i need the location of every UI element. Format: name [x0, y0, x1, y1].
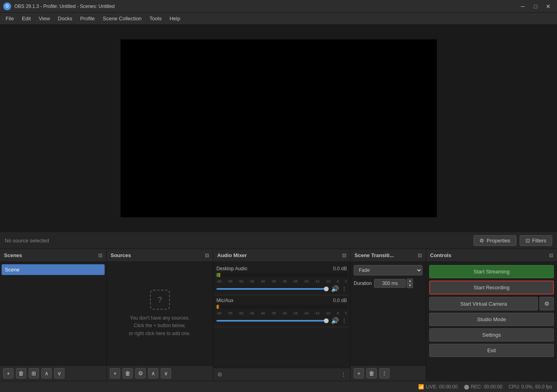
menu-profile[interactable]: Profile — [76, 14, 99, 23]
no-source-label: No source selected — [5, 238, 470, 244]
remove-scene-button[interactable]: 🗑 — [16, 368, 26, 378]
maximize-button[interactable]: □ — [530, 2, 541, 10]
controls-panel: Controls ⊡ Start Streaming Start Recordi… — [426, 249, 557, 381]
menu-tools[interactable]: Tools — [146, 14, 166, 23]
filters-button[interactable]: ⊡ Filters — [520, 235, 552, 246]
transition-type-select[interactable]: Fade — [354, 265, 423, 275]
scenes-title: Scenes — [4, 252, 22, 258]
remove-source-button[interactable]: 🗑 — [123, 368, 133, 378]
virtual-camera-row: Start Virtual Camera ⚙ — [429, 297, 554, 310]
desktop-audio-scale: -60-55-50-45-40-35-30-25-20-15-10-50 — [216, 279, 347, 283]
preview-container — [0, 25, 557, 232]
bottom-panel: Scenes ⊡ Scene + 🗑 ⊞ ∧ ∨ Sources ⊡ ? — [0, 249, 557, 381]
mic-aux-channel: Mic/Aux 0.0 dB -60-55-50-45-40-35-30-25-… — [215, 295, 349, 327]
close-button[interactable]: ✕ — [543, 2, 554, 10]
duration-input[interactable] — [374, 279, 406, 288]
source-bar: No source selected ⚙ Properties ⊡ Filter… — [0, 232, 557, 249]
filter-scene-button[interactable]: ⊞ — [29, 368, 39, 378]
start-recording-button[interactable]: Start Recording — [429, 281, 554, 294]
live-label: LIVE: — [426, 384, 437, 390]
transitions-undock-icon[interactable]: ⊡ — [418, 253, 422, 258]
desktop-audio-mute-button[interactable]: 🔊 — [331, 285, 339, 293]
add-transition-button[interactable]: + — [354, 368, 364, 378]
rec-status: ⬤ REC: 00:00:00 — [464, 384, 502, 390]
duration-up-arrow[interactable]: ▲ — [407, 279, 413, 283]
mic-audio-volume-slider[interactable] — [216, 320, 329, 322]
source-up-button[interactable]: ∧ — [148, 368, 158, 378]
transitions-title: Scene Transiti... — [354, 252, 394, 258]
scenes-panel-header: Scenes ⊡ — [0, 249, 106, 262]
menu-file[interactable]: File — [2, 14, 18, 23]
live-status: 📶 LIVE: 00:00:00 — [418, 384, 458, 390]
trash-icon: 🗑 — [369, 370, 374, 376]
start-streaming-button[interactable]: Start Streaming — [429, 265, 554, 278]
live-time: 00:00:00 — [439, 384, 458, 390]
menu-help[interactable]: Help — [166, 14, 184, 23]
audio-footer: ⚙ ⋮ — [213, 368, 350, 381]
controls-panel-header: Controls ⊡ — [426, 249, 557, 262]
trash-icon: 🗑 — [18, 370, 24, 376]
audio-mixer-settings-button[interactable]: ⚙ — [216, 371, 223, 378]
transitions-more-button[interactable]: ⋮ — [379, 368, 390, 378]
menu-scene-collection[interactable]: Scene Collection — [99, 14, 146, 23]
remove-transition-button[interactable]: 🗑 — [366, 368, 377, 378]
cpu-label: CPU: 0.0%, — [509, 384, 534, 390]
source-down-button[interactable]: ∨ — [161, 368, 171, 378]
live-network-icon: 📶 — [418, 384, 424, 390]
scene-item[interactable]: Scene — [2, 264, 105, 275]
status-bar: 📶 LIVE: 00:00:00 ⬤ REC: 00:00:00 CPU: 0.… — [0, 381, 557, 392]
desktop-audio-more-button[interactable]: ⋮ — [341, 286, 347, 292]
studio-mode-button[interactable]: Studio Mode — [429, 313, 554, 326]
gear-icon: ⚙ — [479, 238, 484, 244]
transitions-panel: Scene Transiti... ⊡ Fade Duration ▲ ▼ — [351, 249, 426, 381]
audio-channels: Desktop Audio 0.0 dB -60-55-50-45-40-35-… — [213, 262, 350, 368]
audio-undock-icon[interactable]: ⊡ — [342, 253, 346, 258]
virtual-camera-settings-button[interactable]: ⚙ — [539, 297, 554, 310]
source-settings-button[interactable]: ⚙ — [135, 368, 146, 378]
sources-undock-icon[interactable]: ⊡ — [205, 253, 209, 258]
controls-content: Start Streaming Start Recording Start Vi… — [426, 262, 557, 360]
add-source-button[interactable]: + — [110, 368, 120, 378]
settings-button[interactable]: Settings — [429, 328, 554, 341]
sources-panel-header: Sources ⊡ — [107, 249, 213, 262]
gear-icon: ⚙ — [544, 300, 549, 307]
menu-docks[interactable]: Docks — [54, 14, 76, 23]
start-virtual-camera-button[interactable]: Start Virtual Camera — [429, 297, 538, 310]
mic-audio-mute-button[interactable]: 🔊 — [331, 317, 339, 324]
duration-down-arrow[interactable]: ▼ — [407, 283, 413, 288]
menu-view[interactable]: View — [35, 14, 54, 23]
duration-spinbox: ▲ ▼ — [374, 279, 413, 288]
menu-edit[interactable]: Edit — [18, 14, 35, 23]
mic-audio-meter — [216, 305, 347, 309]
sources-footer: + 🗑 ⚙ ∧ ∨ — [107, 365, 213, 381]
desktop-audio-volume-slider[interactable] — [216, 288, 329, 290]
exit-button[interactable]: Exit — [429, 344, 554, 357]
scenes-footer: + 🗑 ⊞ ∧ ∨ — [0, 365, 106, 381]
obs-icon: O — [3, 2, 11, 10]
mic-audio-more-button[interactable]: ⋮ — [341, 318, 347, 324]
minimize-button[interactable]: ─ — [517, 2, 528, 10]
sources-empty-state: ? You don't have any sources.Click the +… — [108, 263, 211, 364]
transitions-panel-header: Scene Transiti... ⊡ — [351, 249, 426, 262]
preview-canvas — [121, 39, 437, 217]
scenes-list: Scene — [0, 262, 106, 365]
add-scene-button[interactable]: + — [3, 368, 14, 378]
desktop-audio-name: Desktop Audio — [216, 266, 247, 271]
controls-undock-icon[interactable]: ⊡ — [549, 253, 553, 258]
scenes-panel: Scenes ⊡ Scene + 🗑 ⊞ ∧ ∨ — [0, 249, 107, 381]
properties-button[interactable]: ⚙ Properties — [473, 235, 516, 246]
scene-up-button[interactable]: ∧ — [41, 368, 52, 378]
mic-aux-db: 0.0 dB — [333, 298, 347, 303]
desktop-audio-db: 0.0 dB — [333, 266, 347, 271]
scene-down-button[interactable]: ∨ — [54, 368, 64, 378]
audio-panel-header: Audio Mixer ⊡ — [213, 249, 350, 262]
desktop-audio-meter — [216, 273, 347, 277]
sources-list[interactable]: ? You don't have any sources.Click the +… — [107, 262, 213, 365]
audio-mixer-more-button[interactable]: ⋮ — [340, 371, 347, 378]
transition-type-wrapper: Fade — [354, 265, 423, 279]
duration-label: Duration — [354, 281, 372, 286]
rec-label: REC: — [471, 384, 482, 390]
audio-title: Audio Mixer — [217, 252, 247, 258]
scenes-undock-icon[interactable]: ⊡ — [98, 253, 102, 258]
cpu-fps-status: CPU: 0.0%, 60.0 fps — [509, 384, 552, 390]
